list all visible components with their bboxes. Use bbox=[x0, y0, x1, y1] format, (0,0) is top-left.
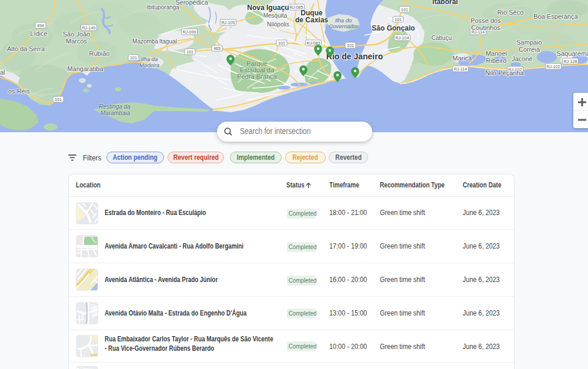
svg-text:101: 101 bbox=[401, 7, 408, 12]
svg-text:101: 101 bbox=[347, 43, 354, 48]
svg-text:Ribeiro: Ribeiro bbox=[486, 57, 507, 64]
svg-text:Lídice: Lídice bbox=[30, 30, 47, 37]
svg-text:101: 101 bbox=[130, 55, 137, 61]
svg-text:101: 101 bbox=[278, 41, 285, 46]
svg-text:RJ-105: RJ-105 bbox=[221, 20, 235, 25]
svg-text:Governador: Governador bbox=[329, 23, 359, 29]
svg-text:RJ-104: RJ-104 bbox=[395, 35, 409, 41]
svg-text:Posse dos: Posse dos bbox=[470, 17, 501, 24]
svg-text:Cabuçu: Cabuçu bbox=[432, 35, 452, 41]
svg-text:Coutinhos: Coutinhos bbox=[471, 24, 500, 31]
svg-text:São Gonçalo: São Gonçalo bbox=[372, 24, 415, 32]
svg-text:101: 101 bbox=[186, 49, 193, 55]
svg-text:Alto da Serra: Alto da Serra bbox=[7, 45, 45, 52]
svg-text:RJ-149: RJ-149 bbox=[82, 25, 95, 31]
svg-text:Pedra Branca: Pedra Branca bbox=[237, 73, 277, 80]
svg-text:de Caxias: de Caxias bbox=[295, 16, 328, 24]
svg-text:Mazomba: Mazomba bbox=[132, 38, 158, 45]
svg-text:RJ-114: RJ-114 bbox=[454, 66, 467, 72]
svg-text:Restinga da: Restinga da bbox=[99, 103, 131, 110]
svg-text:Sampaio: Sampaio bbox=[516, 39, 542, 46]
svg-text:RJ-083: RJ-083 bbox=[306, 41, 320, 46]
svg-text:Saquarema: Saquarema bbox=[557, 50, 588, 57]
svg-text:RJ-128: RJ-128 bbox=[563, 59, 577, 64]
svg-text:Jaconé: Jaconé bbox=[512, 55, 532, 62]
svg-text:Rio de Janeiro: Rio de Janeiro bbox=[326, 52, 383, 61]
svg-text:Mesquita: Mesquita bbox=[263, 12, 288, 19]
svg-text:al: al bbox=[0, 69, 5, 76]
svg-text:RJ-102: RJ-102 bbox=[546, 64, 560, 69]
svg-text:Mangaratiba: Mangaratiba bbox=[67, 65, 103, 72]
svg-text:465: 465 bbox=[213, 46, 220, 51]
svg-text:Marambaia: Marambaia bbox=[101, 110, 130, 116]
svg-text:101: 101 bbox=[395, 17, 402, 22]
svg-text:Boa Esperança: Boa Esperança bbox=[533, 13, 578, 20]
svg-text:101: 101 bbox=[55, 97, 62, 102]
svg-text:Correia: Correia bbox=[519, 46, 540, 53]
svg-text:494: 494 bbox=[37, 23, 44, 28]
svg-text:Nova Iguaçu: Nova Iguaçu bbox=[247, 4, 289, 12]
svg-text:RJ-099: RJ-099 bbox=[182, 29, 196, 35]
svg-text:Marcos: Marcos bbox=[66, 38, 88, 45]
svg-text:os Reis: os Reis bbox=[8, 88, 30, 95]
svg-text:Rio Sêco: Rio Sêco bbox=[497, 9, 524, 16]
svg-text:Seropédica: Seropédica bbox=[175, 0, 209, 6]
svg-text:Itaguaí: Itaguaí bbox=[159, 38, 178, 45]
svg-text:Nilópolis: Nilópolis bbox=[267, 21, 289, 28]
svg-text:Rubião: Rubião bbox=[89, 50, 110, 57]
svg-text:Ibituporanga: Ibituporanga bbox=[146, 4, 179, 11]
svg-text:Manoel: Manoel bbox=[486, 50, 507, 57]
svg-text:Maricá: Maricá bbox=[452, 55, 472, 62]
svg-text:São João: São João bbox=[63, 31, 90, 38]
svg-text:Nilo Peçanha: Nilo Peçanha bbox=[485, 69, 524, 76]
svg-text:Madeira: Madeira bbox=[139, 62, 159, 68]
svg-text:Itaboraí: Itaboraí bbox=[432, 0, 458, 6]
